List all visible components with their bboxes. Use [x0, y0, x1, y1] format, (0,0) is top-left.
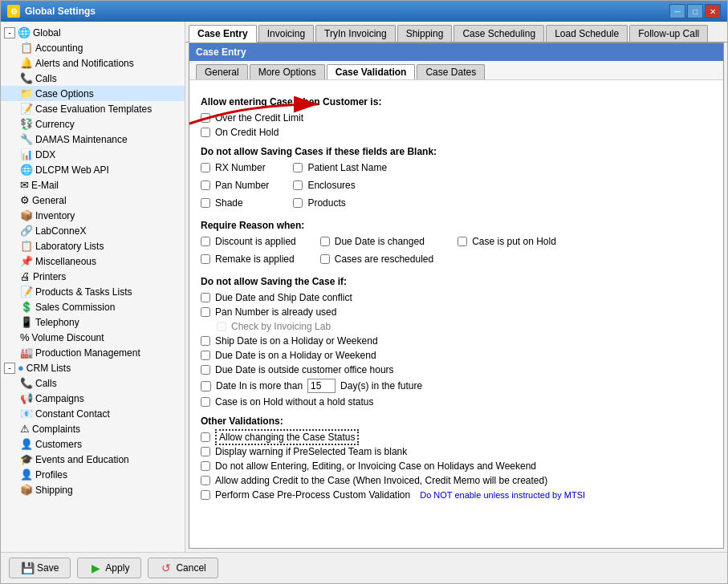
sales-commission-label: Sales Commission — [35, 302, 115, 313]
sidebar-item-constant-contact[interactable]: 📧 Constant Contact — [1, 406, 185, 421]
sidebar-item-misc[interactable]: 📌 Miscellaneous — [1, 253, 185, 269]
global-expand-icon[interactable]: - — [4, 27, 15, 39]
sidebar-item-alerts[interactable]: 🔔 Alerts and Notifications — [1, 55, 185, 71]
allow-changing-case-status-checkbox[interactable] — [201, 432, 210, 442]
shade-checkbox[interactable] — [201, 198, 210, 208]
sidebar-item-production-mgmt[interactable]: 🏭 Production Management — [1, 345, 185, 360]
sidebar-item-lab-lists[interactable]: 📋 Laboratory Lists — [1, 238, 185, 253]
allow-adding-credit-checkbox[interactable] — [201, 476, 210, 485]
save-button[interactable]: 💾 Save — [9, 558, 71, 578]
case-put-on-hold-checkbox[interactable] — [458, 237, 467, 246]
cases-rescheduled-checkbox[interactable] — [320, 254, 330, 264]
dlcpm-icon: 🌐 — [20, 164, 33, 176]
date-in-checkbox[interactable] — [201, 381, 211, 391]
sidebar-item-inventory[interactable]: 📦 Inventory — [1, 208, 185, 223]
rx-number-checkbox[interactable] — [201, 163, 210, 172]
sub-tab-general[interactable]: General — [196, 64, 248, 79]
tab-tryin-invoicing[interactable]: TryIn Invoicing — [315, 25, 396, 42]
right-panel: Case Entry Invoicing TryIn Invoicing Shi… — [185, 22, 727, 552]
sidebar-item-damas[interactable]: 🔧 DAMAS Maintenance — [1, 132, 185, 147]
tab-invoicing[interactable]: Invoicing — [258, 25, 314, 42]
sidebar-item-general[interactable]: ⚙ General — [1, 193, 185, 208]
sidebar-item-case-options[interactable]: 📁 Case Options — [1, 86, 185, 101]
sidebar-item-events-education[interactable]: 🎓 Events and Education — [1, 452, 185, 467]
telephony-icon: 📱 — [20, 316, 33, 328]
email-icon: ✉ — [20, 179, 29, 191]
section-header: Case Entry — [189, 43, 723, 61]
require-reason-col3: Case is put on Hold — [458, 236, 556, 268]
close-button[interactable]: ✕ — [705, 4, 721, 18]
patient-last-name-checkbox[interactable] — [293, 163, 303, 172]
check-invoicing-lab-row: Check by Invoicing Lab — [201, 321, 712, 332]
due-date-holiday-checkbox[interactable] — [201, 351, 210, 360]
sidebar-item-global[interactable]: - 🌐 Global — [1, 25, 185, 40]
sidebar-item-products-tasks[interactable]: 📝 Products & Tasks Lists — [1, 284, 185, 299]
sidebar-item-complaints[interactable]: ⚠ Complaints — [1, 421, 185, 436]
sidebar-item-campaigns[interactable]: 📢 Campaigns — [1, 391, 185, 406]
sidebar-item-printers[interactable]: 🖨 Printers — [1, 269, 185, 284]
apply-button[interactable]: ▶ Apply — [77, 558, 141, 578]
enclosures-checkbox[interactable] — [293, 180, 303, 190]
sidebar-item-dlcpm[interactable]: 🌐 DLCPM Web API — [1, 162, 185, 177]
pan-number-already-used-checkbox[interactable] — [201, 307, 210, 317]
on-credit-hold-label: On Credit Hold — [215, 127, 279, 138]
do-not-allow-entering-checkbox[interactable] — [201, 461, 210, 471]
sidebar-item-crm-calls[interactable]: 📞 Calls — [1, 375, 185, 391]
sidebar-item-sales-commission[interactable]: 💲 Sales Commission — [1, 299, 185, 314]
discount-applied-checkbox[interactable] — [201, 237, 210, 246]
tab-case-scheduling[interactable]: Case Scheduling — [453, 25, 544, 42]
sidebar-item-volume-discount[interactable]: % Volume Discount — [1, 330, 185, 345]
lab-lists-label: Laboratory Lists — [35, 241, 104, 252]
products-label: Products — [307, 197, 345, 209]
due-date-ship-date-checkbox[interactable] — [201, 293, 210, 302]
blank-fields-col-left: RX Number Pan Number Shade — [201, 162, 269, 212]
cancel-button[interactable]: ↺ Cancel — [148, 558, 218, 578]
case-on-hold-row: Case is on Hold without a hold status — [201, 396, 712, 408]
sidebar-item-ddx[interactable]: 📊 DDX — [1, 147, 185, 162]
sidebar-item-customers[interactable]: 👤 Customers — [1, 436, 185, 452]
tab-shipping[interactable]: Shipping — [397, 25, 453, 42]
sidebar-item-currency[interactable]: 💱 Currency — [1, 116, 185, 132]
display-warning-label: Display warning if PreSelected Team is b… — [215, 446, 407, 457]
maximize-button[interactable]: □ — [687, 4, 703, 18]
sidebar-item-case-eval[interactable]: 📝 Case Evaluation Templates — [1, 101, 185, 116]
campaigns-label: Campaigns — [35, 393, 84, 404]
window-title: Global Settings — [25, 6, 96, 17]
sidebar-item-accounting[interactable]: 📋 Accounting — [1, 40, 185, 55]
pan-number-checkbox[interactable] — [201, 180, 210, 190]
minimize-button[interactable]: ─ — [669, 4, 685, 18]
due-date-changed-checkbox[interactable] — [320, 237, 330, 246]
on-credit-hold-checkbox[interactable] — [201, 128, 210, 137]
sidebar-item-shipping[interactable]: 📦 Shipping — [1, 482, 185, 497]
sub-tab-case-validation[interactable]: Case Validation — [327, 64, 416, 79]
date-in-value-input[interactable] — [307, 379, 336, 393]
sub-tab-case-dates[interactable]: Case Dates — [417, 64, 485, 79]
crm-expand-icon[interactable]: - — [4, 363, 15, 374]
bottom-bar: 💾 Save ▶ Apply ↺ Cancel — [1, 552, 727, 583]
ddx-label: DDX — [35, 149, 55, 160]
due-date-outside-checkbox[interactable] — [201, 365, 210, 375]
sidebar-item-email[interactable]: ✉ E-Mail — [1, 177, 185, 193]
allow-adding-credit-label: Allow adding Credit to the Case (When In… — [215, 475, 547, 486]
case-options-label: Case Options — [35, 88, 94, 99]
display-warning-row: Display warning if PreSelected Team is b… — [201, 446, 712, 457]
tab-follow-up-call[interactable]: Follow-up Call — [629, 25, 708, 42]
check-invoicing-lab-checkbox[interactable] — [217, 322, 226, 331]
sidebar-item-labconnex[interactable]: 🔗 LabConneX — [1, 223, 185, 238]
sub-tab-more-options[interactable]: More Options — [250, 64, 325, 79]
over-credit-limit-checkbox[interactable] — [201, 113, 210, 123]
tab-load-schedule[interactable]: Load Schedule — [546, 25, 628, 42]
products-checkbox[interactable] — [293, 198, 303, 208]
sidebar-item-profiles[interactable]: 👤 Profiles — [1, 467, 185, 482]
calls-label: Calls — [35, 73, 57, 84]
ship-date-holiday-checkbox[interactable] — [201, 336, 210, 346]
display-warning-checkbox[interactable] — [201, 447, 210, 456]
perform-case-pre-checkbox[interactable] — [201, 490, 210, 500]
sidebar-item-telephony[interactable]: 📱 Telephony — [1, 314, 185, 330]
case-on-hold-checkbox[interactable] — [201, 397, 210, 407]
sidebar-item-calls[interactable]: 📞 Calls — [1, 71, 185, 86]
remake-applied-checkbox[interactable] — [201, 254, 210, 264]
customers-label: Customers — [35, 439, 82, 450]
tab-case-entry[interactable]: Case Entry — [189, 25, 257, 43]
sidebar-item-crm-lists[interactable]: - ● CRM Lists — [1, 360, 185, 375]
